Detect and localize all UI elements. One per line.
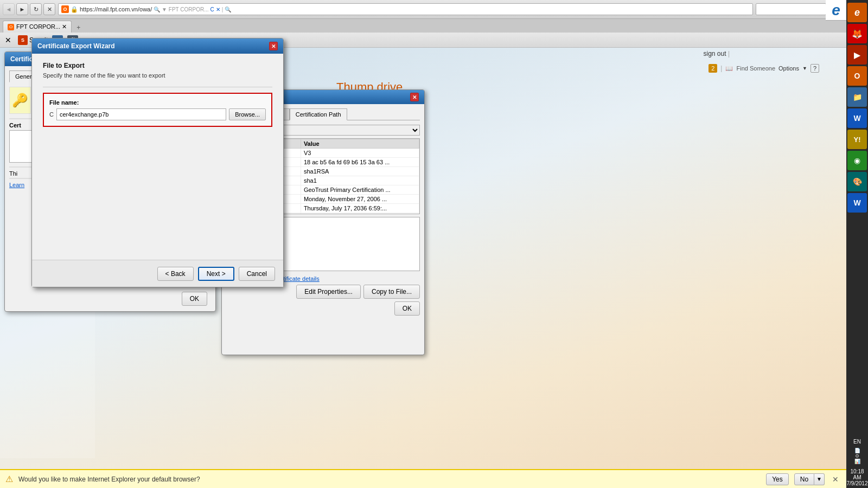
no-btn-text: No xyxy=(800,476,808,483)
cert-symbol: 🔑 xyxy=(12,93,28,108)
time-display: 10:18 AM 7/9/2012 xyxy=(846,468,868,488)
no-btn-group: No ▼ xyxy=(794,473,825,485)
chrome-sidebar-icon[interactable]: ◉ xyxy=(847,151,867,170)
tab-bar: O FPT CORPOR... ✕ + xyxy=(0,19,846,33)
export-wizard-body: File to Export Specify the name of the f… xyxy=(32,54,283,143)
date-text: 7/9/2012 xyxy=(846,480,868,486)
close-page-icon[interactable]: ✕ xyxy=(3,35,14,46)
back-button-wizard[interactable]: < Back xyxy=(157,267,194,281)
browser-chrome: ◄ ► ↻ ✕ O 🔒 https://mail.fpt.com.vn/owa/… xyxy=(0,0,868,19)
tab-cert-path-detail[interactable]: Certification Path xyxy=(290,108,347,120)
task-icons: 📄 ⚙ 📊 xyxy=(854,448,860,467)
sign-out-text: sign out xyxy=(704,50,726,57)
right-sidebar: e 🦊 ▶ O 📁 W Y! ◉ 🎨 W EN 📄 ⚙ 📊 10:18 AM 7… xyxy=(846,0,868,488)
find-someone[interactable]: Find Someone xyxy=(736,65,775,72)
file-name-label: File name: xyxy=(49,99,266,106)
ie-letter: e xyxy=(832,2,840,19)
col-value: Value xyxy=(301,139,419,149)
export-wizard-close[interactable]: ✕ xyxy=(269,42,278,50)
edit-props-text: Edit Properties... xyxy=(304,288,353,296)
ie-logo: e xyxy=(826,0,846,21)
ie-info-bar: ⚠ Would you like to make Internet Explor… xyxy=(0,469,846,488)
url-text: https://mail.fpt.com.vn/owa/ xyxy=(80,6,152,12)
address-book-icon[interactable]: 📖 xyxy=(725,65,733,72)
export-wizard-footer: < Back Next > Cancel xyxy=(32,260,283,287)
office-sidebar-icon[interactable]: O xyxy=(847,66,867,86)
search-input[interactable] xyxy=(756,3,826,15)
sign-out[interactable]: sign out | xyxy=(704,50,730,57)
browse-button[interactable]: Browse... xyxy=(229,108,266,120)
owa-toolbar: 2 | 📖 Find Someone Options ▼ ? xyxy=(709,64,819,73)
cert-ok-area: OK xyxy=(182,292,207,306)
cert-icon: 🔑 xyxy=(9,87,31,114)
taskbar-icon-2[interactable]: ⚙ xyxy=(855,453,859,459)
lock-icon: 🔒 xyxy=(71,6,78,13)
options-label[interactable]: Options xyxy=(778,65,799,72)
browser-controls: ◄ ► ↻ ✕ xyxy=(3,3,55,15)
wizard-section-desc: Specify the name of the file you want to… xyxy=(43,72,272,79)
taskbar-icon-3[interactable]: 📊 xyxy=(854,459,860,464)
ie-sidebar-symbol: e xyxy=(854,7,860,18)
active-tab[interactable]: O FPT CORPOR... ✕ xyxy=(3,21,72,33)
yahoo-sidebar-icon[interactable]: Y! xyxy=(847,130,867,149)
browse-btn-text: Browse... xyxy=(235,111,260,118)
value-valid-from: Monday, November 27, 2006 ... xyxy=(301,195,419,204)
media-sidebar-icon[interactable]: ▶ xyxy=(847,45,867,65)
options-arrow[interactable]: ▼ xyxy=(802,66,807,71)
cert-detail-ok-button[interactable]: OK xyxy=(394,301,420,316)
word2-sidebar-icon[interactable]: W xyxy=(847,193,867,213)
folder-symbol: 📁 xyxy=(853,93,862,101)
copy-to-file-button[interactable]: Copy to File... xyxy=(363,285,420,299)
folder-sidebar-icon[interactable]: 📁 xyxy=(847,87,867,107)
file-name-input[interactable] xyxy=(56,108,226,120)
tab-label: FPT CORPOR... ✕ xyxy=(16,23,67,30)
edit-properties-button[interactable]: Edit Properties... xyxy=(296,285,361,299)
ie-sidebar-icon[interactable]: e xyxy=(847,3,867,22)
info-bar-message: Would you like to make Internet Explorer… xyxy=(18,476,761,483)
value-subject: GeoTrust Primary Certification ... xyxy=(301,213,419,215)
firefox-sidebar-icon[interactable]: 🦊 xyxy=(847,24,867,43)
snagit-icon[interactable]: S xyxy=(18,35,28,45)
address-bar[interactable]: O 🔒 https://mail.fpt.com.vn/owa/ 🔍 ▼ FPT… xyxy=(58,3,753,15)
value-valid-to: Thursday, July 17, 2036 6:59:... xyxy=(301,204,419,213)
next-button-wizard[interactable]: Next > xyxy=(198,267,234,281)
forward-button[interactable]: ► xyxy=(16,3,28,15)
value-serial: 18 ac b5 6a fd 69 b6 15 3a 63 ... xyxy=(301,158,419,167)
copy-to-file-text: Copy to File... xyxy=(372,288,412,296)
stop-button[interactable]: ✕ xyxy=(43,3,55,15)
help-icon[interactable]: ? xyxy=(810,64,819,73)
export-wizard-close-icon: ✕ xyxy=(271,43,276,49)
office-symbol: O xyxy=(854,72,860,80)
yes-button[interactable]: Yes xyxy=(766,473,789,485)
file-name-section: File name: C Browse... xyxy=(43,93,272,127)
no-btn-arrow[interactable]: ▼ xyxy=(814,473,825,485)
file-prefix: C xyxy=(49,111,54,118)
value-sig-hash: sha1 xyxy=(301,176,419,185)
cancel-btn-text: Cancel xyxy=(247,270,267,278)
paint-symbol: 🎨 xyxy=(853,177,862,186)
wizard-divider xyxy=(43,87,272,87)
cert-indicator: C ✕ xyxy=(210,7,220,12)
cert-detail-close[interactable]: ✕ xyxy=(410,93,419,101)
paint-sidebar-icon[interactable]: 🎨 xyxy=(847,172,867,191)
cancel-button-wizard[interactable]: Cancel xyxy=(239,267,275,281)
cert-ok-button[interactable]: OK xyxy=(182,292,207,306)
arrow-text: ▼ xyxy=(816,476,822,482)
compat-btn[interactable]: | 🔍 xyxy=(222,7,231,12)
yes-btn-text: Yes xyxy=(772,476,783,483)
word-sidebar-icon[interactable]: W xyxy=(847,108,867,128)
info-bar-icon: ⚠ xyxy=(5,474,13,484)
info-bar-close[interactable]: ✕ xyxy=(830,474,841,485)
yahoo-symbol: Y! xyxy=(854,136,861,144)
cert-ok-text: OK xyxy=(190,295,199,303)
export-wizard-dialog: Certificate Export Wizard ✕ File to Expo… xyxy=(31,38,284,287)
new-tab-button[interactable]: + xyxy=(73,23,84,33)
refresh-button[interactable]: ↻ xyxy=(30,3,42,15)
taskbar-icon-1[interactable]: 📄 xyxy=(854,448,860,453)
back-button[interactable]: ◄ xyxy=(3,3,15,15)
no-button[interactable]: No xyxy=(794,473,814,485)
export-wizard-title-text: Certificate Export Wizard xyxy=(37,42,115,50)
search-suggestion: 🔍 ▼ FPT CORPOR... xyxy=(154,7,208,12)
file-name-row: C Browse... xyxy=(49,108,266,120)
yes-btn-group: Yes xyxy=(766,473,789,485)
